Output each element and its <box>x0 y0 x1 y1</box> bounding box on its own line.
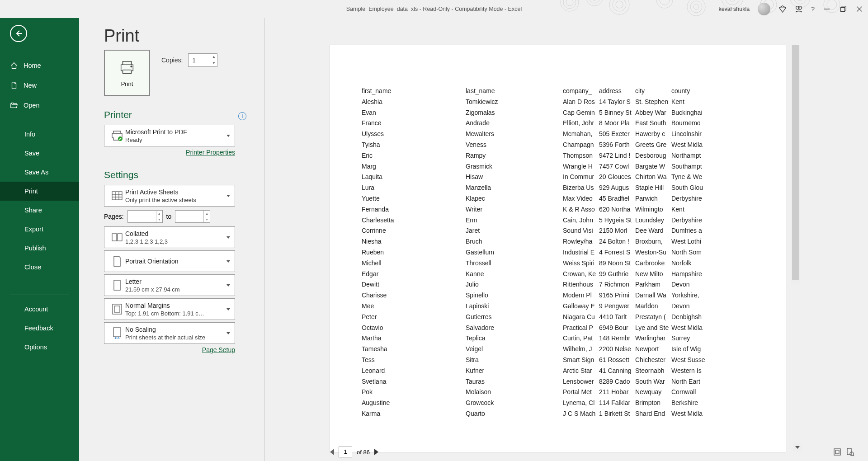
nav-share[interactable]: Share <box>0 201 79 220</box>
zoom-to-page-icon[interactable] <box>845 447 854 456</box>
pages-to-input[interactable]: ▲▼ <box>175 210 210 223</box>
printer-ready-icon <box>109 130 125 141</box>
nav-saveas[interactable]: Save As <box>0 163 79 182</box>
chevron-down-icon <box>226 332 230 334</box>
nav-new[interactable]: New <box>0 75 79 95</box>
info-icon[interactable]: i <box>238 112 246 120</box>
spinner-down-icon[interactable]: ▼ <box>204 216 210 222</box>
print-what-dropdown[interactable]: Print Active Sheets Only print the activ… <box>104 185 235 207</box>
printer-dropdown[interactable]: Microsoft Print to PDF Ready <box>104 125 235 146</box>
page-navigation: 1 of 86 <box>330 447 378 457</box>
svg-rect-44 <box>834 449 840 455</box>
svg-rect-37 <box>112 234 117 241</box>
collate-label: Collated <box>125 230 224 237</box>
prev-page-button[interactable] <box>330 449 334 455</box>
spinner-up-icon[interactable]: ▲ <box>156 211 162 216</box>
diamond-icon[interactable] <box>778 5 787 13</box>
spinner-up-icon[interactable]: ▲ <box>204 211 210 216</box>
feedback-icon[interactable] <box>795 5 803 13</box>
printer-status: Ready <box>125 136 224 143</box>
collate-dropdown[interactable]: Collated 1,2,3 1,2,3 1,2,3 <box>104 226 235 248</box>
zoom-controls <box>833 447 854 456</box>
svg-point-3 <box>586 0 603 6</box>
preview-scrollbar[interactable] <box>791 45 800 284</box>
current-page-input[interactable]: 1 <box>339 447 352 457</box>
user-avatar[interactable] <box>758 3 770 15</box>
svg-rect-46 <box>847 448 851 455</box>
nav-account[interactable]: Account <box>0 300 79 319</box>
svg-rect-32 <box>112 192 122 200</box>
nav-label: Feedback <box>24 325 53 332</box>
preview-table: first_namelast_namecompany_addresscityco… <box>362 86 754 419</box>
collate-desc: 1,2,3 1,2,3 1,2,3 <box>125 238 224 245</box>
spinner-down-icon[interactable]: ▼ <box>210 60 217 66</box>
chevron-down-icon <box>226 284 230 287</box>
scaling-dropdown[interactable]: 100 No Scaling Print sheets at their act… <box>104 322 235 344</box>
nav-label: Account <box>24 306 48 313</box>
orientation-label: Portrait Orientation <box>125 258 224 265</box>
scale-icon: 100 <box>109 327 125 339</box>
printer-properties-link[interactable]: Printer Properties <box>104 149 235 156</box>
svg-point-8 <box>616 1 623 8</box>
copies-spinner[interactable]: 1 ▲ ▼ <box>188 53 217 67</box>
help-icon[interactable]: ? <box>811 5 815 13</box>
home-icon <box>10 61 18 70</box>
minimize-icon[interactable] <box>823 5 831 13</box>
folder-open-icon <box>10 101 18 109</box>
scroll-thumb[interactable] <box>792 45 799 280</box>
nav-close[interactable]: Close <box>0 258 79 277</box>
sheets-icon <box>109 191 125 201</box>
printer-icon <box>118 59 136 76</box>
total-pages-label: of 86 <box>357 449 370 456</box>
nav-feedback[interactable]: Feedback <box>0 319 79 338</box>
pages-to-label: to <box>166 213 172 220</box>
chevron-down-icon <box>226 260 230 263</box>
nav-label: Options <box>24 343 47 351</box>
svg-point-6 <box>609 0 629 14</box>
print-button[interactable]: Print <box>104 50 150 96</box>
nav-print[interactable]: Print <box>0 182 79 201</box>
nav-divider <box>10 295 69 295</box>
nav-label: Close <box>24 263 41 271</box>
nav-home[interactable]: Home <box>0 56 79 75</box>
margins-desc: Top: 1.91 cm Bottom: 1.91 c… <box>125 310 224 317</box>
margins-dropdown[interactable]: Normal Margins Top: 1.91 cm Bottom: 1.91… <box>104 298 235 320</box>
svg-rect-40 <box>113 304 122 314</box>
svg-line-48 <box>853 455 854 456</box>
paper-size-dropdown[interactable]: Letter 21.59 cm x 27.94 cm <box>104 274 235 296</box>
next-page-button[interactable] <box>374 449 378 455</box>
spinner-down-icon[interactable]: ▼ <box>156 216 162 222</box>
nav-label: Share <box>24 207 42 214</box>
nav-save[interactable]: Save <box>0 144 79 163</box>
nav-export[interactable]: Export <box>0 220 79 239</box>
nav-label: Export <box>24 226 43 233</box>
orientation-dropdown[interactable]: Portrait Orientation <box>104 250 235 272</box>
nav-label: Save As <box>24 169 48 176</box>
close-icon[interactable] <box>855 5 863 13</box>
scaling-desc: Print sheets at their actual size <box>125 334 224 341</box>
margins-icon <box>109 303 125 315</box>
chevron-down-icon <box>226 195 230 197</box>
document-title: Sample_Employee_data_xls - Read-Only - C… <box>346 6 522 12</box>
spinner-up-icon[interactable]: ▲ <box>210 54 217 60</box>
pages-from-input[interactable]: ▲▼ <box>127 210 163 223</box>
show-margins-icon[interactable] <box>833 447 842 456</box>
back-button[interactable] <box>10 25 27 42</box>
portrait-icon <box>109 255 125 267</box>
paper-label: Letter <box>125 278 224 285</box>
printer-name: Microsoft Print to PDF <box>125 128 224 136</box>
svg-rect-41 <box>114 306 120 312</box>
chevron-down-icon <box>226 308 230 310</box>
print-preview-area: first_namelast_namecompany_addresscityco… <box>330 45 854 443</box>
copies-value: 1 <box>189 57 210 64</box>
nav-options[interactable]: Options <box>0 338 79 357</box>
nav-label: New <box>24 82 37 89</box>
svg-point-25 <box>798 6 802 9</box>
page-setup-link[interactable]: Page Setup <box>104 346 235 353</box>
nav-publish[interactable]: Publish <box>0 239 79 258</box>
svg-rect-27 <box>841 7 845 11</box>
nav-open[interactable]: Open <box>0 95 79 115</box>
nav-info[interactable]: Info <box>0 125 79 144</box>
restore-icon[interactable] <box>839 5 847 13</box>
svg-rect-42 <box>113 328 121 337</box>
